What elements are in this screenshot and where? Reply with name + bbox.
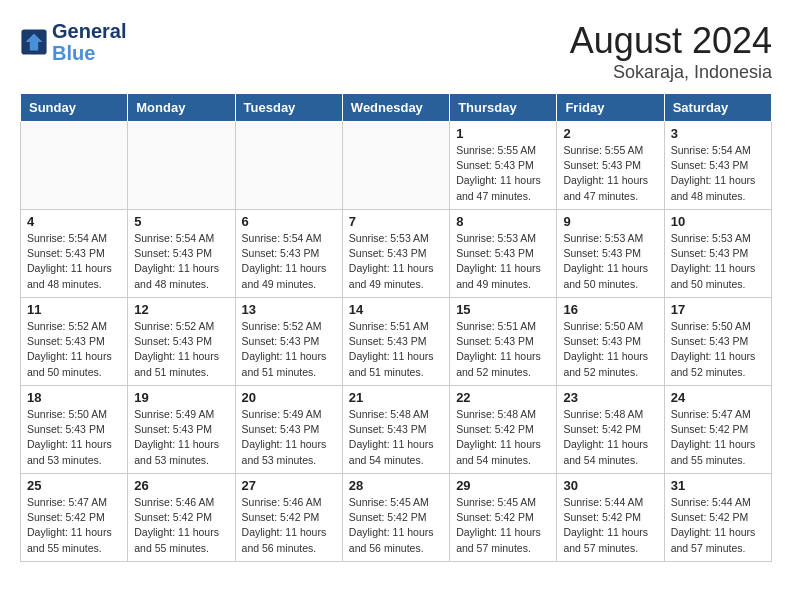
day-number: 10 [671, 214, 765, 229]
day-number: 18 [27, 390, 121, 405]
calendar-cell: 8Sunrise: 5:53 AMSunset: 5:43 PMDaylight… [450, 210, 557, 298]
cell-info: Sunrise: 5:50 AMSunset: 5:43 PMDaylight:… [671, 319, 765, 380]
day-number: 20 [242, 390, 336, 405]
day-number: 27 [242, 478, 336, 493]
day-number: 7 [349, 214, 443, 229]
calendar-cell: 29Sunrise: 5:45 AMSunset: 5:42 PMDayligh… [450, 474, 557, 562]
cell-info: Sunrise: 5:51 AMSunset: 5:43 PMDaylight:… [456, 319, 550, 380]
calendar-cell [128, 122, 235, 210]
calendar-cell: 6Sunrise: 5:54 AMSunset: 5:43 PMDaylight… [235, 210, 342, 298]
logo-icon [20, 28, 48, 56]
logo: General Blue [20, 20, 126, 64]
calendar-cell: 19Sunrise: 5:49 AMSunset: 5:43 PMDayligh… [128, 386, 235, 474]
day-number: 25 [27, 478, 121, 493]
cell-info: Sunrise: 5:53 AMSunset: 5:43 PMDaylight:… [456, 231, 550, 292]
cell-info: Sunrise: 5:54 AMSunset: 5:43 PMDaylight:… [242, 231, 336, 292]
day-number: 11 [27, 302, 121, 317]
cell-info: Sunrise: 5:54 AMSunset: 5:43 PMDaylight:… [27, 231, 121, 292]
cell-info: Sunrise: 5:48 AMSunset: 5:43 PMDaylight:… [349, 407, 443, 468]
cell-info: Sunrise: 5:52 AMSunset: 5:43 PMDaylight:… [134, 319, 228, 380]
day-number: 17 [671, 302, 765, 317]
calendar-cell: 24Sunrise: 5:47 AMSunset: 5:42 PMDayligh… [664, 386, 771, 474]
cell-info: Sunrise: 5:52 AMSunset: 5:43 PMDaylight:… [27, 319, 121, 380]
cell-info: Sunrise: 5:50 AMSunset: 5:43 PMDaylight:… [563, 319, 657, 380]
cell-info: Sunrise: 5:53 AMSunset: 5:43 PMDaylight:… [671, 231, 765, 292]
day-number: 19 [134, 390, 228, 405]
cell-info: Sunrise: 5:48 AMSunset: 5:42 PMDaylight:… [563, 407, 657, 468]
calendar-cell: 31Sunrise: 5:44 AMSunset: 5:42 PMDayligh… [664, 474, 771, 562]
day-number: 1 [456, 126, 550, 141]
day-number: 16 [563, 302, 657, 317]
calendar-cell [235, 122, 342, 210]
calendar-cell [342, 122, 449, 210]
month-year-title: August 2024 [570, 20, 772, 62]
cell-info: Sunrise: 5:45 AMSunset: 5:42 PMDaylight:… [456, 495, 550, 556]
cell-info: Sunrise: 5:44 AMSunset: 5:42 PMDaylight:… [671, 495, 765, 556]
calendar-cell: 20Sunrise: 5:49 AMSunset: 5:43 PMDayligh… [235, 386, 342, 474]
cell-info: Sunrise: 5:46 AMSunset: 5:42 PMDaylight:… [242, 495, 336, 556]
calendar-cell: 11Sunrise: 5:52 AMSunset: 5:43 PMDayligh… [21, 298, 128, 386]
day-number: 26 [134, 478, 228, 493]
calendar-cell: 16Sunrise: 5:50 AMSunset: 5:43 PMDayligh… [557, 298, 664, 386]
weekday-header-monday: Monday [128, 94, 235, 122]
day-number: 31 [671, 478, 765, 493]
location-subtitle: Sokaraja, Indonesia [570, 62, 772, 83]
cell-info: Sunrise: 5:53 AMSunset: 5:43 PMDaylight:… [349, 231, 443, 292]
logo-text-line2: Blue [52, 42, 126, 64]
calendar-cell: 13Sunrise: 5:52 AMSunset: 5:43 PMDayligh… [235, 298, 342, 386]
calendar-table: SundayMondayTuesdayWednesdayThursdayFrid… [20, 93, 772, 562]
weekday-header-wednesday: Wednesday [342, 94, 449, 122]
day-number: 9 [563, 214, 657, 229]
calendar-cell: 22Sunrise: 5:48 AMSunset: 5:42 PMDayligh… [450, 386, 557, 474]
calendar-cell: 3Sunrise: 5:54 AMSunset: 5:43 PMDaylight… [664, 122, 771, 210]
logo-text-line1: General [52, 20, 126, 42]
calendar-cell: 12Sunrise: 5:52 AMSunset: 5:43 PMDayligh… [128, 298, 235, 386]
calendar-cell: 2Sunrise: 5:55 AMSunset: 5:43 PMDaylight… [557, 122, 664, 210]
day-number: 13 [242, 302, 336, 317]
day-number: 21 [349, 390, 443, 405]
calendar-cell: 23Sunrise: 5:48 AMSunset: 5:42 PMDayligh… [557, 386, 664, 474]
day-number: 4 [27, 214, 121, 229]
page-header: General Blue August 2024 Sokaraja, Indon… [20, 20, 772, 83]
calendar-cell [21, 122, 128, 210]
calendar-cell: 7Sunrise: 5:53 AMSunset: 5:43 PMDaylight… [342, 210, 449, 298]
cell-info: Sunrise: 5:49 AMSunset: 5:43 PMDaylight:… [134, 407, 228, 468]
weekday-header-sunday: Sunday [21, 94, 128, 122]
cell-info: Sunrise: 5:49 AMSunset: 5:43 PMDaylight:… [242, 407, 336, 468]
calendar-cell: 26Sunrise: 5:46 AMSunset: 5:42 PMDayligh… [128, 474, 235, 562]
calendar-cell: 30Sunrise: 5:44 AMSunset: 5:42 PMDayligh… [557, 474, 664, 562]
day-number: 28 [349, 478, 443, 493]
day-number: 2 [563, 126, 657, 141]
day-number: 3 [671, 126, 765, 141]
cell-info: Sunrise: 5:54 AMSunset: 5:43 PMDaylight:… [134, 231, 228, 292]
calendar-cell: 14Sunrise: 5:51 AMSunset: 5:43 PMDayligh… [342, 298, 449, 386]
weekday-header-saturday: Saturday [664, 94, 771, 122]
calendar-cell: 28Sunrise: 5:45 AMSunset: 5:42 PMDayligh… [342, 474, 449, 562]
cell-info: Sunrise: 5:50 AMSunset: 5:43 PMDaylight:… [27, 407, 121, 468]
cell-info: Sunrise: 5:47 AMSunset: 5:42 PMDaylight:… [27, 495, 121, 556]
cell-info: Sunrise: 5:45 AMSunset: 5:42 PMDaylight:… [349, 495, 443, 556]
day-number: 8 [456, 214, 550, 229]
day-number: 12 [134, 302, 228, 317]
day-number: 14 [349, 302, 443, 317]
weekday-header-thursday: Thursday [450, 94, 557, 122]
calendar-cell: 5Sunrise: 5:54 AMSunset: 5:43 PMDaylight… [128, 210, 235, 298]
calendar-cell: 25Sunrise: 5:47 AMSunset: 5:42 PMDayligh… [21, 474, 128, 562]
calendar-cell: 1Sunrise: 5:55 AMSunset: 5:43 PMDaylight… [450, 122, 557, 210]
day-number: 30 [563, 478, 657, 493]
cell-info: Sunrise: 5:46 AMSunset: 5:42 PMDaylight:… [134, 495, 228, 556]
cell-info: Sunrise: 5:52 AMSunset: 5:43 PMDaylight:… [242, 319, 336, 380]
calendar-cell: 4Sunrise: 5:54 AMSunset: 5:43 PMDaylight… [21, 210, 128, 298]
calendar-cell: 18Sunrise: 5:50 AMSunset: 5:43 PMDayligh… [21, 386, 128, 474]
day-number: 15 [456, 302, 550, 317]
day-number: 24 [671, 390, 765, 405]
calendar-cell: 15Sunrise: 5:51 AMSunset: 5:43 PMDayligh… [450, 298, 557, 386]
day-number: 6 [242, 214, 336, 229]
calendar-cell: 10Sunrise: 5:53 AMSunset: 5:43 PMDayligh… [664, 210, 771, 298]
cell-info: Sunrise: 5:55 AMSunset: 5:43 PMDaylight:… [563, 143, 657, 204]
cell-info: Sunrise: 5:55 AMSunset: 5:43 PMDaylight:… [456, 143, 550, 204]
title-block: August 2024 Sokaraja, Indonesia [570, 20, 772, 83]
day-number: 22 [456, 390, 550, 405]
cell-info: Sunrise: 5:44 AMSunset: 5:42 PMDaylight:… [563, 495, 657, 556]
calendar-cell: 9Sunrise: 5:53 AMSunset: 5:43 PMDaylight… [557, 210, 664, 298]
